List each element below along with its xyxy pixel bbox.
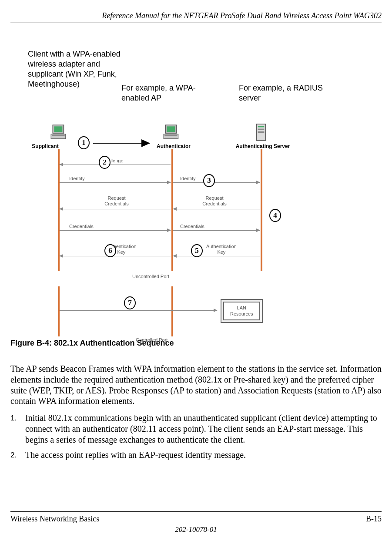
svg-rect-5 <box>167 126 175 132</box>
lan-resources-label: LAN Resources <box>223 302 260 320</box>
lan-resources-box: LAN Resources <box>221 299 263 323</box>
header-title: Reference Manual for the NETGEAR ProSafe… <box>102 11 382 20</box>
msg-reqcred-left: Request Credentials <box>102 195 131 207</box>
step-circle-2: 2 <box>99 156 111 169</box>
svg-rect-6 <box>164 134 178 139</box>
arrow-lan <box>60 310 217 311</box>
step-circle-5: 5 <box>191 244 203 257</box>
svg-rect-10 <box>258 129 265 130</box>
msg-credentials-left: Credentials <box>69 224 94 229</box>
arrow-authkey-right <box>173 256 260 256</box>
svg-rect-11 <box>258 131 265 133</box>
authenticator-icon <box>163 123 181 141</box>
role-supplicant: Supplicant <box>28 143 63 149</box>
arrow-identity-left <box>60 182 171 183</box>
list-item-2: The access point replies with an EAP-req… <box>10 450 382 460</box>
page-footer: Wireless Networking Basics B-15 202-1007… <box>10 511 382 534</box>
arrow-challenge <box>60 165 171 165</box>
arrow-authkey-left <box>60 256 171 256</box>
svg-rect-3 <box>52 135 64 136</box>
msg-reqcred-right: Request Credentials <box>200 195 229 207</box>
footer-section: Wireless Networking Basics <box>10 514 99 524</box>
arrow-reqcred-right <box>173 209 260 209</box>
footer-page: B-15 <box>366 514 382 524</box>
msg-authkey-right: Authentication Key <box>206 244 237 255</box>
role-authenticator: Authenticator <box>152 143 195 149</box>
sequence-diagram: Supplicant Authenticator Authenticating … <box>34 123 308 341</box>
svg-rect-2 <box>51 134 66 139</box>
step-circle-1: 1 <box>78 136 90 149</box>
annotation-authenticator: For example, a WPA-enabled AP <box>121 83 204 103</box>
arrow-credentials-left <box>60 230 171 231</box>
arrow-reqcred-left <box>60 209 171 209</box>
footer-docnum: 202-10078-01 <box>10 525 382 534</box>
label-uncontrolled-port: Uncontrolled Port <box>132 274 169 279</box>
steps-list: Initial 802.1x communications begin with… <box>10 413 382 460</box>
arrow-credentials-right <box>173 230 260 231</box>
step-circle-4: 4 <box>269 209 281 222</box>
supplicant-icon <box>50 123 68 141</box>
svg-rect-1 <box>54 126 62 132</box>
annotation-supplicant: Client with a WPA-enabled wireless adapt… <box>28 49 121 89</box>
step-circle-7: 7 <box>124 296 136 309</box>
step-circle-3: 3 <box>203 174 215 187</box>
server-icon <box>252 123 270 141</box>
svg-rect-9 <box>258 126 265 127</box>
list-item-1: Initial 802.1x communications begin with… <box>10 413 382 445</box>
arrow-identity-right <box>173 182 260 183</box>
running-header: Reference Manual for the NETGEAR ProSafe… <box>10 11 382 23</box>
lifeline-authserver <box>261 149 262 271</box>
annotation-authserver: For example, a RADIUS server <box>239 83 326 103</box>
lifeline-supplicant-lower <box>58 286 60 336</box>
msg-identity-left: Identity <box>69 176 84 181</box>
step-circle-6: 6 <box>104 244 116 257</box>
svg-rect-7 <box>164 135 177 136</box>
intro-paragraph: The AP sends Beacon Frames with WPA info… <box>10 363 382 407</box>
lifeline-authenticator-lower <box>171 286 173 336</box>
role-authserver: Authenticating Server <box>230 143 295 149</box>
arrow-step1 <box>93 143 150 144</box>
msg-identity-right: Identity <box>180 176 195 181</box>
msg-credentials-right: Credentials <box>180 224 204 229</box>
figure-area: Client with a WPA-enabled wireless adapt… <box>28 49 382 339</box>
label-controlled-port: Controlled Port <box>136 337 168 343</box>
